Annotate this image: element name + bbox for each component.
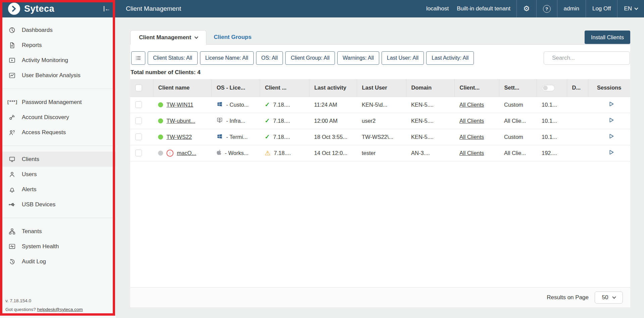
header-domain[interactable]: Domain xyxy=(406,79,454,97)
domain-cell: KEN-5.... xyxy=(406,113,454,129)
pagination-footer: Results on Page 50 xyxy=(130,287,630,307)
warning-icon: ⚠ xyxy=(265,149,270,157)
sidebar-item-activity-monitoring[interactable]: Activity Monitoring xyxy=(0,53,116,68)
sidebar-item-label: Password Management xyxy=(22,99,82,106)
license-text: - Custo... xyxy=(226,102,249,108)
column-settings-button[interactable] xyxy=(131,51,145,65)
sidebar-item-usb-devices[interactable]: USB Devices xyxy=(0,197,116,212)
header-sessions[interactable]: Sessions xyxy=(588,79,630,97)
row-checkbox[interactable] xyxy=(135,101,142,108)
filter-last-user[interactable]: Last User: All xyxy=(382,51,424,65)
sidebar-item-audit-log[interactable]: Audit Log xyxy=(0,254,116,269)
sidebar-item-user-behavior-analysis[interactable]: User Behavior Analysis xyxy=(0,68,116,83)
sidebar-item-reports[interactable]: Reports xyxy=(0,38,116,53)
install-clients-button[interactable]: Install Clients xyxy=(585,31,630,44)
row-checkbox[interactable] xyxy=(135,150,142,156)
sidebar-collapse-button[interactable]: ← xyxy=(104,6,110,12)
client-version: 7.18.... xyxy=(273,134,290,140)
check-icon: ✓ xyxy=(265,101,270,108)
filter-license-name[interactable]: License Name: All xyxy=(200,51,254,65)
settings-button[interactable]: ⚙ xyxy=(516,0,536,17)
header-os-license[interactable]: OS - Lice... xyxy=(211,79,260,97)
sidebar-item-tenants[interactable]: Tenants xyxy=(0,224,116,239)
header-settings[interactable]: Sett... xyxy=(499,79,537,97)
sidebar-footer: v. 7.18.154.0 Got questions? helpdesk@sy… xyxy=(5,297,83,314)
help-button[interactable]: ? xyxy=(536,0,557,17)
account-discovery-icon xyxy=(8,114,16,121)
tab-client-groups[interactable]: Client Groups xyxy=(214,30,251,44)
header-client-name[interactable]: Client name xyxy=(153,79,211,97)
users-icon xyxy=(8,171,16,178)
client-name-link[interactable]: TW-ubunt... xyxy=(166,118,195,124)
questions-text: Got questions? xyxy=(5,307,36,312)
sidebar-item-account-discovery[interactable]: Account Discovery xyxy=(0,110,116,125)
tenants-icon xyxy=(8,228,16,235)
table-header-row: Client name OS - Lice... Client ... Last… xyxy=(130,79,630,97)
filter-client-group[interactable]: Client Group: All xyxy=(285,51,335,65)
filter-os[interactable]: OS: All xyxy=(256,51,283,65)
client-name-link[interactable]: macO... xyxy=(177,150,196,156)
sidebar-item-access-requests[interactable]: Access Requests xyxy=(0,125,116,140)
play-sessions-button[interactable] xyxy=(607,149,615,156)
app-version: v. 7.18.154.0 xyxy=(5,297,83,305)
user-menu[interactable]: admin xyxy=(557,0,586,17)
header-ip-toggle xyxy=(537,79,567,97)
d-cell xyxy=(567,97,588,113)
header-last-user[interactable]: Last User xyxy=(357,79,406,97)
filter-warnings[interactable]: Warnings: All xyxy=(337,51,379,65)
windows-icon xyxy=(216,101,223,109)
sidebar-item-system-health[interactable]: System Health xyxy=(0,239,116,254)
helpdesk-line: Got questions? helpdesk@syteca.com xyxy=(5,305,83,314)
row-checkbox[interactable] xyxy=(135,134,142,140)
helpdesk-link[interactable]: helpdesk@syteca.com xyxy=(37,307,83,312)
search-input[interactable] xyxy=(551,54,627,62)
domain-cell: KEN-5.... xyxy=(406,97,454,113)
client-group-link[interactable]: All Clients xyxy=(459,118,484,124)
windows-icon xyxy=(216,133,223,141)
reports-icon xyxy=(8,42,16,49)
play-sessions-button[interactable] xyxy=(607,116,615,124)
results-per-page-value: 50 xyxy=(602,294,608,301)
sidebar-item-password-management[interactable]: [***] Password Management xyxy=(0,95,116,110)
sidebar-item-dashboards[interactable]: Dashboards xyxy=(0,22,116,38)
sidebar-item-label: Audit Log xyxy=(22,258,46,265)
sidebar-divider xyxy=(0,218,116,218)
play-sessions-button[interactable] xyxy=(607,100,615,108)
ip-toggle[interactable] xyxy=(542,85,555,91)
sidebar-nav: Dashboards Reports Activity Monitoring U… xyxy=(0,17,116,269)
header-client-version[interactable]: Client ... xyxy=(260,79,309,97)
row-checkbox[interactable] xyxy=(135,117,142,124)
sidebar-item-alerts[interactable]: Alerts xyxy=(0,182,116,197)
gear-icon: ⚙ xyxy=(523,5,530,12)
sidebar-item-label: Account Discovery xyxy=(22,114,69,121)
language-select[interactable]: EN xyxy=(617,0,644,17)
header-last-activity[interactable]: Last activity xyxy=(309,79,357,97)
tab-client-management[interactable]: Client Management xyxy=(130,30,206,45)
sidebar-item-label: Users xyxy=(22,171,37,178)
header-client-group[interactable]: Client... xyxy=(454,79,499,97)
sidebar-item-clients[interactable]: Clients xyxy=(0,152,116,167)
access-requests-icon xyxy=(8,129,16,136)
d-cell xyxy=(567,113,588,129)
last-activity-cell: 18 Oct 3:55... xyxy=(309,129,357,145)
sidebar-item-users[interactable]: Users xyxy=(0,167,116,182)
clients-icon xyxy=(8,156,16,163)
play-sessions-button[interactable] xyxy=(607,132,615,140)
filter-last-activity[interactable]: Last Activity: All xyxy=(426,51,474,65)
check-icon: ✓ xyxy=(265,133,270,141)
client-name-link[interactable]: TW-WS22 xyxy=(166,134,192,140)
header-select-all xyxy=(130,79,153,97)
client-group-link[interactable]: All Clients xyxy=(459,102,484,108)
ip-cell: 10.1... xyxy=(537,113,567,129)
last-user-cell: tester xyxy=(357,145,406,161)
filter-client-status[interactable]: Client Status: All xyxy=(148,51,198,65)
logoff-button[interactable]: Log Off xyxy=(586,0,617,17)
client-group-link[interactable]: All Clients xyxy=(459,134,484,140)
host-tenant-group: localhost Built-in default tenant xyxy=(426,0,516,17)
results-per-page-select[interactable]: 50 xyxy=(595,292,623,304)
client-name-link[interactable]: TW-WIN11 xyxy=(166,102,193,108)
collapse-bar-icon xyxy=(104,6,104,11)
header-d[interactable]: D... xyxy=(567,79,588,97)
select-all-checkbox[interactable] xyxy=(135,85,142,91)
client-group-link[interactable]: All Clients xyxy=(459,150,484,156)
